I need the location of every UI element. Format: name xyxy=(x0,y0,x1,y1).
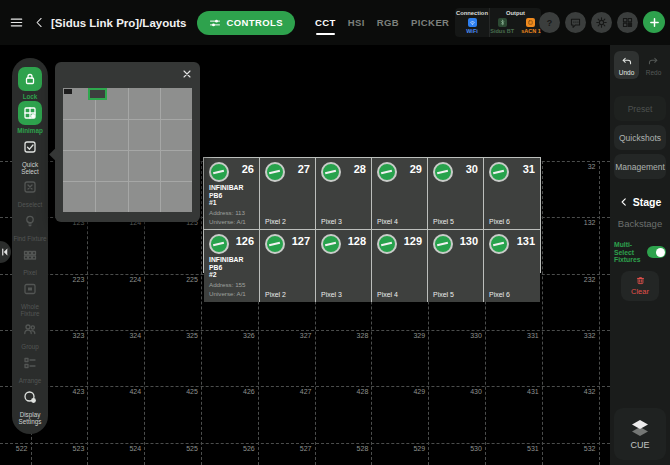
quickshots-button[interactable]: Quickshots xyxy=(614,125,666,150)
minimap-viewport-indicator[interactable] xyxy=(88,88,107,100)
grid-cell-number: 532 xyxy=(558,445,596,452)
pixel-cell-29[interactable]: 29Pixel 4 xyxy=(372,158,428,230)
pixel-label: Pixel 3 xyxy=(321,218,342,225)
toolbar-item-label: Lock xyxy=(23,93,38,100)
fixture-cell-126[interactable]: 126INFINIBAR PB6 #2Address: 155Universe:… xyxy=(204,230,260,301)
status-wifi[interactable]: WiFi xyxy=(466,18,478,34)
canvas-toolbar: LockMinimapQuick SelectDeselectFind Fixt… xyxy=(12,58,48,434)
feedback-icon xyxy=(569,16,582,29)
cell-number: 29 xyxy=(410,163,422,175)
cell-header: 31 xyxy=(489,162,535,182)
pixel-cell-129[interactable]: 129Pixel 4 xyxy=(372,230,428,301)
clear-button[interactable]: Clear xyxy=(621,271,659,301)
grid-cell-number: 324 xyxy=(103,332,141,339)
tab-rgb[interactable]: RGB xyxy=(377,17,399,28)
toolbar-item-label: Minimap xyxy=(17,127,43,134)
cell-header: 129 xyxy=(377,234,422,254)
pixel-cell-31[interactable]: 31Pixel 6 xyxy=(484,158,540,230)
toolbar-item-label: Whole Fixture xyxy=(13,303,47,317)
lock-icon xyxy=(18,67,42,91)
feedback-button[interactable] xyxy=(565,12,586,33)
cell-header: 28 xyxy=(321,162,366,182)
toolbar-item-arrange[interactable]: Arrange xyxy=(13,351,47,384)
pixel-label: Pixel 4 xyxy=(377,291,398,298)
gear-icon xyxy=(595,16,608,29)
cell-number: 30 xyxy=(466,163,478,175)
fixture-status-icon xyxy=(209,162,229,182)
toolbar-item-lock[interactable]: Lock xyxy=(13,67,47,100)
add-button[interactable] xyxy=(643,11,665,33)
pixel-label: Pixel 4 xyxy=(377,218,398,225)
fixture-status-icon xyxy=(433,162,453,182)
fixture-status-icon xyxy=(265,234,285,254)
tab-hsi[interactable]: HSI xyxy=(348,17,365,28)
grid-cell-number: 329 xyxy=(387,332,425,339)
help-button[interactable]: ? xyxy=(539,12,560,33)
connection-output-panel[interactable]: Connection WiFi Output Sidus BTsACN 1 xyxy=(455,8,541,37)
preset-button[interactable]: Preset xyxy=(614,96,666,121)
settings-button[interactable] xyxy=(591,12,612,33)
toolbar-item-quick-select[interactable]: Quick Select xyxy=(13,135,47,175)
stage-selector[interactable]: Stage xyxy=(614,196,666,208)
fixture-status-icon xyxy=(489,234,509,254)
grid-cell-number: 330 xyxy=(444,332,482,339)
grid-cell-number: 432 xyxy=(558,388,596,395)
status-sidus-bt[interactable]: Sidus BT xyxy=(490,18,514,34)
multi-select-fixtures-label: Multi-Select Fixtures xyxy=(614,241,645,264)
toolbar-item-deselect[interactable]: Deselect xyxy=(13,175,47,208)
toolbar-item-label: Deselect xyxy=(18,201,43,208)
toolbar-item-whole-fixture[interactable]: Whole Fixture xyxy=(13,277,47,317)
chevron-left-icon xyxy=(619,197,629,207)
fixture-universe: Universe: A/1 xyxy=(209,290,254,297)
grid-cell-number: 530 xyxy=(444,445,482,452)
tab-cct[interactable]: CCT xyxy=(315,17,336,28)
fixture-cell-26[interactable]: 26INFINIBAR PB6 #1Address: 113Universe: … xyxy=(204,158,260,230)
toolbar-item-minimap[interactable]: Minimap xyxy=(13,101,47,134)
grid-cell-number: 328 xyxy=(330,332,368,339)
back-chevron-icon[interactable] xyxy=(33,16,46,29)
pixel-cell-27[interactable]: 27Pixel 2 xyxy=(260,158,316,230)
toolbar-item-display-settings[interactable]: Display Settings xyxy=(13,385,47,425)
grid-cell-number: 523 xyxy=(46,445,84,452)
toolbar-item-pixel[interactable]: Pixel xyxy=(13,243,47,276)
close-icon[interactable] xyxy=(181,68,193,80)
fixture-status-icon xyxy=(377,234,397,254)
cue-label: CUE xyxy=(630,440,649,450)
grid-cell-number: 232 xyxy=(558,276,596,283)
grid-cell-number: 224 xyxy=(103,276,141,283)
cue-button[interactable]: CUE xyxy=(614,408,666,460)
layout-canvas[interactable]: 2223242526272829303132122123124125126127… xyxy=(0,45,610,465)
cell-number: 31 xyxy=(523,163,535,175)
pixel-cell-131[interactable]: 131Pixel 6 xyxy=(484,230,540,301)
cell-number: 126 xyxy=(236,235,254,247)
group-icon xyxy=(18,317,42,341)
toolbar-item-label: Display Settings xyxy=(13,411,47,425)
tab-picker[interactable]: PICKER xyxy=(411,17,449,28)
toolbar-item-group[interactable]: Group xyxy=(13,317,47,350)
hamburger-menu-icon[interactable] xyxy=(9,15,24,30)
multi-select-toggle[interactable] xyxy=(647,246,666,258)
pixel-cell-127[interactable]: 127Pixel 2 xyxy=(260,230,316,301)
undo-button[interactable]: Undo xyxy=(614,51,639,79)
pixel-cell-28[interactable]: 28Pixel 3 xyxy=(316,158,372,230)
status-sacn-1[interactable]: sACN 1 xyxy=(521,18,541,34)
cell-number: 127 xyxy=(292,235,310,247)
controls-button[interactable]: CONTROLS xyxy=(197,11,295,35)
status-label: sACN 1 xyxy=(521,28,541,34)
toolbar-item-find-fixture[interactable]: Find Fixture xyxy=(13,209,47,242)
pixel-cell-130[interactable]: 130Pixel 5 xyxy=(428,230,484,301)
pixel-cell-30[interactable]: 30Pixel 5 xyxy=(428,158,484,230)
fixture-status-icon xyxy=(377,162,397,182)
minimap-area[interactable] xyxy=(63,88,192,212)
redo-button[interactable]: Redo xyxy=(641,51,666,79)
pixel-cell-128[interactable]: 128Pixel 3 xyxy=(316,230,372,301)
arrange-icon xyxy=(18,351,42,375)
bt-icon xyxy=(498,18,507,27)
output-section: Output Sidus BTsACN 1 xyxy=(490,8,541,37)
pixel-label: Pixel 6 xyxy=(489,218,510,225)
management-button[interactable]: Management xyxy=(614,154,666,179)
grid-cell-number: 423 xyxy=(46,388,84,395)
layouts-button[interactable] xyxy=(617,12,638,33)
backstage-option[interactable]: Backstage xyxy=(614,218,666,229)
cell-number: 28 xyxy=(354,163,366,175)
